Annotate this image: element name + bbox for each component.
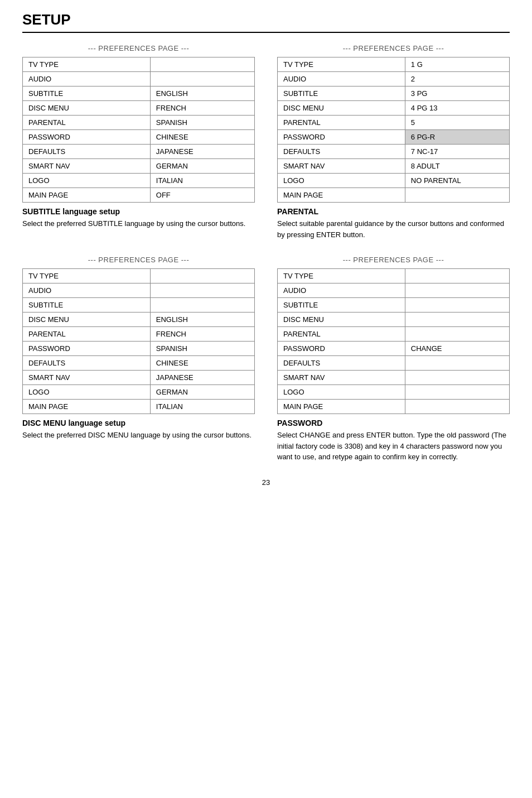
table-cell-label: SUBTITLE	[278, 86, 405, 101]
col-right: --- PREFERENCES PAGE ---TV TYPEAUDIOSUBT…	[277, 256, 510, 465]
table-row: SUBTITLE	[278, 298, 510, 313]
table-cell-label: SUBTITLE	[278, 298, 405, 313]
table-row: DEFAULTS	[278, 356, 510, 371]
table-cell-value: ENGLISH	[150, 313, 254, 327]
table-cell-label: LOGO	[278, 174, 405, 188]
table-cell-value: 3 PG	[405, 86, 509, 101]
preferences-table: TV TYPEAUDIOSUBTITLEENGLISHDISC MENUFREN…	[22, 57, 255, 203]
table-cell-value	[405, 327, 509, 342]
table-cell-label: PASSWORD	[278, 342, 405, 356]
table-cell-label: AUDIO	[23, 72, 151, 86]
table-row: SMART NAV	[278, 371, 510, 385]
desc-block: PASSWORDSelect CHANGE and press ENTER bu…	[277, 414, 510, 465]
table-cell-label: SMART NAV	[23, 159, 151, 174]
table-cell-value	[405, 356, 509, 371]
table-cell-label: PARENTAL	[23, 116, 151, 130]
table-cell-value: 6 PG-R	[405, 130, 509, 145]
table-cell-label: AUDIO	[278, 283, 405, 298]
table-cell-value	[405, 283, 509, 298]
table-cell-label: DISC MENU	[23, 101, 151, 116]
table-cell-label: SUBTITLE	[23, 86, 151, 101]
table-row: AUDIO	[278, 283, 510, 298]
table-cell-label: SMART NAV	[23, 371, 151, 385]
table-cell-label: SMART NAV	[278, 159, 405, 174]
desc-block: DISC MENU language setupSelect the prefe…	[22, 414, 255, 443]
table-cell-value: SPANISH	[150, 342, 254, 356]
table-cell-label: DISC MENU	[278, 313, 405, 327]
table-cell-label: TV TYPE	[23, 57, 151, 72]
table-row: PASSWORDCHANGE	[278, 342, 510, 356]
table-cell-value	[405, 188, 509, 203]
table-cell-label: MAIN PAGE	[278, 188, 405, 203]
table-row: SMART NAVGERMAN	[23, 159, 255, 174]
table-row: AUDIO	[23, 283, 255, 298]
table-cell-label: PARENTAL	[278, 116, 405, 130]
table-row: PASSWORD6 PG-R	[278, 130, 510, 145]
section-bottom-row: --- PREFERENCES PAGE ---TV TYPEAUDIOSUBT…	[22, 256, 510, 465]
table-cell-label: PASSWORD	[278, 130, 405, 145]
table-row: AUDIO	[23, 72, 255, 86]
table-cell-label: MAIN PAGE	[278, 400, 405, 414]
table-row: TV TYPE1 G	[278, 57, 510, 72]
table-row: SMART NAVJAPANESE	[23, 371, 255, 385]
table-cell-value	[405, 313, 509, 327]
table-cell-value	[150, 283, 254, 298]
table-row: SUBTITLE3 PG	[278, 86, 510, 101]
table-cell-label: AUDIO	[278, 72, 405, 86]
section-desc: Select the preferred DISC MENU language …	[22, 430, 255, 441]
table-cell-value	[405, 298, 509, 313]
table-cell-value: 8 ADULT	[405, 159, 509, 174]
table-cell-value: NO PARENTAL	[405, 174, 509, 188]
pref-page-label: --- PREFERENCES PAGE ---	[277, 256, 510, 264]
table-cell-value	[405, 385, 509, 400]
table-cell-label: DEFAULTS	[278, 145, 405, 159]
table-row: TV TYPE	[23, 269, 255, 283]
table-row: DISC MENU	[278, 313, 510, 327]
pref-page-label: --- PREFERENCES PAGE ---	[22, 44, 255, 52]
table-row: PASSWORDCHINESE	[23, 130, 255, 145]
table-row: MAIN PAGE	[278, 188, 510, 203]
table-row: DEFAULTS7 NC-17	[278, 145, 510, 159]
table-cell-value: JAPANESE	[150, 371, 254, 385]
table-row: LOGOGERMAN	[23, 385, 255, 400]
table-cell-value: 4 PG 13	[405, 101, 509, 116]
table-row: MAIN PAGEOFF	[23, 188, 255, 203]
page-number: 23	[22, 478, 510, 487]
table-cell-value: FRENCH	[150, 327, 254, 342]
section-title: DISC MENU language setup	[22, 419, 255, 427]
table-row: DISC MENUENGLISH	[23, 313, 255, 327]
table-cell-label: TV TYPE	[23, 269, 151, 283]
col-left: --- PREFERENCES PAGE ---TV TYPEAUDIOSUBT…	[22, 44, 255, 242]
table-cell-label: PARENTAL	[23, 327, 151, 342]
table-cell-label: PASSWORD	[23, 342, 151, 356]
table-row: PARENTAL	[278, 327, 510, 342]
table-row: AUDIO2	[278, 72, 510, 86]
desc-block: PARENTALSelect suitable parental guidanc…	[277, 203, 510, 242]
table-row: SUBTITLE	[23, 298, 255, 313]
table-row: SMART NAV8 ADULT	[278, 159, 510, 174]
table-row: MAIN PAGE	[278, 400, 510, 414]
section-desc: Select the preferred SUBTITLE language b…	[22, 218, 255, 229]
table-cell-label: MAIN PAGE	[23, 188, 151, 203]
table-cell-label: MAIN PAGE	[23, 400, 151, 414]
table-cell-value: GERMAN	[150, 159, 254, 174]
table-cell-label: PARENTAL	[278, 327, 405, 342]
table-row: TV TYPE	[23, 57, 255, 72]
table-cell-value: JAPANESE	[150, 145, 254, 159]
table-cell-label: AUDIO	[23, 283, 151, 298]
preferences-table: TV TYPEAUDIOSUBTITLEDISC MENUENGLISHPARE…	[22, 268, 255, 414]
table-cell-value: 5	[405, 116, 509, 130]
table-cell-label: TV TYPE	[278, 57, 405, 72]
table-cell-label: SUBTITLE	[23, 298, 151, 313]
table-row: LOGONO PARENTAL	[278, 174, 510, 188]
table-row: TV TYPE	[278, 269, 510, 283]
table-cell-label: LOGO	[23, 385, 151, 400]
table-cell-value	[405, 371, 509, 385]
table-cell-value	[150, 72, 254, 86]
table-cell-label: LOGO	[23, 174, 151, 188]
preferences-table: TV TYPE1 GAUDIO2SUBTITLE3 PGDISC MENU4 P…	[277, 57, 510, 203]
pref-page-label: --- PREFERENCES PAGE ---	[277, 44, 510, 52]
table-cell-value: SPANISH	[150, 116, 254, 130]
table-cell-label: SMART NAV	[278, 371, 405, 385]
table-cell-value	[150, 57, 254, 72]
